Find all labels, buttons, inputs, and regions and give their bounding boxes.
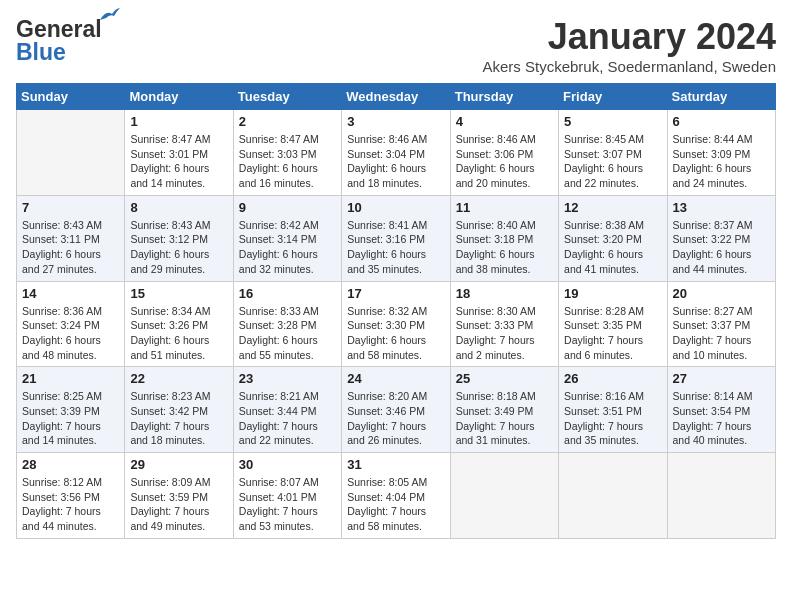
header-saturday: Saturday: [667, 84, 775, 110]
title-block: January 2024 Akers Styckebruk, Soederman…: [483, 16, 777, 75]
day-info: Sunrise: 8:05 AMSunset: 4:04 PMDaylight:…: [347, 475, 444, 534]
day-number: 15: [130, 286, 227, 301]
day-number: 16: [239, 286, 336, 301]
day-number: 11: [456, 200, 553, 215]
calendar-day-cell: [450, 453, 558, 539]
day-number: 27: [673, 371, 770, 386]
day-info: Sunrise: 8:12 AMSunset: 3:56 PMDaylight:…: [22, 475, 119, 534]
day-number: 6: [673, 114, 770, 129]
logo-general: General: [16, 16, 102, 42]
day-number: 29: [130, 457, 227, 472]
calendar-day-cell: 26Sunrise: 8:16 AMSunset: 3:51 PMDayligh…: [559, 367, 667, 453]
day-number: 3: [347, 114, 444, 129]
calendar-day-cell: 1Sunrise: 8:47 AMSunset: 3:01 PMDaylight…: [125, 110, 233, 196]
day-info: Sunrise: 8:07 AMSunset: 4:01 PMDaylight:…: [239, 475, 336, 534]
day-info: Sunrise: 8:33 AMSunset: 3:28 PMDaylight:…: [239, 304, 336, 363]
day-number: 5: [564, 114, 661, 129]
calendar-day-cell: 23Sunrise: 8:21 AMSunset: 3:44 PMDayligh…: [233, 367, 341, 453]
day-info: Sunrise: 8:30 AMSunset: 3:33 PMDaylight:…: [456, 304, 553, 363]
calendar-header-row: SundayMondayTuesdayWednesdayThursdayFrid…: [17, 84, 776, 110]
day-info: Sunrise: 8:32 AMSunset: 3:30 PMDaylight:…: [347, 304, 444, 363]
day-number: 19: [564, 286, 661, 301]
day-info: Sunrise: 8:09 AMSunset: 3:59 PMDaylight:…: [130, 475, 227, 534]
day-info: Sunrise: 8:47 AMSunset: 3:03 PMDaylight:…: [239, 132, 336, 191]
calendar-day-cell: 2Sunrise: 8:47 AMSunset: 3:03 PMDaylight…: [233, 110, 341, 196]
calendar-day-cell: 16Sunrise: 8:33 AMSunset: 3:28 PMDayligh…: [233, 281, 341, 367]
day-number: 28: [22, 457, 119, 472]
calendar-day-cell: 5Sunrise: 8:45 AMSunset: 3:07 PMDaylight…: [559, 110, 667, 196]
day-number: 25: [456, 371, 553, 386]
day-info: Sunrise: 8:14 AMSunset: 3:54 PMDaylight:…: [673, 389, 770, 448]
logo-bird-icon: [98, 6, 120, 24]
header-monday: Monday: [125, 84, 233, 110]
day-number: 31: [347, 457, 444, 472]
day-number: 24: [347, 371, 444, 386]
calendar-week-row: 14Sunrise: 8:36 AMSunset: 3:24 PMDayligh…: [17, 281, 776, 367]
day-number: 13: [673, 200, 770, 215]
day-info: Sunrise: 8:21 AMSunset: 3:44 PMDaylight:…: [239, 389, 336, 448]
day-info: Sunrise: 8:45 AMSunset: 3:07 PMDaylight:…: [564, 132, 661, 191]
day-info: Sunrise: 8:40 AMSunset: 3:18 PMDaylight:…: [456, 218, 553, 277]
day-number: 12: [564, 200, 661, 215]
day-info: Sunrise: 8:38 AMSunset: 3:20 PMDaylight:…: [564, 218, 661, 277]
calendar-day-cell: 27Sunrise: 8:14 AMSunset: 3:54 PMDayligh…: [667, 367, 775, 453]
day-number: 21: [22, 371, 119, 386]
logo: General Blue: [16, 16, 102, 66]
calendar-day-cell: 30Sunrise: 8:07 AMSunset: 4:01 PMDayligh…: [233, 453, 341, 539]
day-number: 2: [239, 114, 336, 129]
calendar-day-cell: 10Sunrise: 8:41 AMSunset: 3:16 PMDayligh…: [342, 195, 450, 281]
day-info: Sunrise: 8:41 AMSunset: 3:16 PMDaylight:…: [347, 218, 444, 277]
day-number: 14: [22, 286, 119, 301]
calendar-day-cell: 25Sunrise: 8:18 AMSunset: 3:49 PMDayligh…: [450, 367, 558, 453]
header-friday: Friday: [559, 84, 667, 110]
calendar-day-cell: 22Sunrise: 8:23 AMSunset: 3:42 PMDayligh…: [125, 367, 233, 453]
day-info: Sunrise: 8:42 AMSunset: 3:14 PMDaylight:…: [239, 218, 336, 277]
calendar-day-cell: 9Sunrise: 8:42 AMSunset: 3:14 PMDaylight…: [233, 195, 341, 281]
calendar-day-cell: 21Sunrise: 8:25 AMSunset: 3:39 PMDayligh…: [17, 367, 125, 453]
location-subtitle: Akers Styckebruk, Soedermanland, Sweden: [483, 58, 777, 75]
calendar-day-cell: 19Sunrise: 8:28 AMSunset: 3:35 PMDayligh…: [559, 281, 667, 367]
day-info: Sunrise: 8:36 AMSunset: 3:24 PMDaylight:…: [22, 304, 119, 363]
header-tuesday: Tuesday: [233, 84, 341, 110]
day-number: 22: [130, 371, 227, 386]
day-info: Sunrise: 8:46 AMSunset: 3:06 PMDaylight:…: [456, 132, 553, 191]
calendar-day-cell: 28Sunrise: 8:12 AMSunset: 3:56 PMDayligh…: [17, 453, 125, 539]
calendar-week-row: 28Sunrise: 8:12 AMSunset: 3:56 PMDayligh…: [17, 453, 776, 539]
day-number: 20: [673, 286, 770, 301]
logo-blue: Blue: [16, 39, 66, 66]
calendar-day-cell: 29Sunrise: 8:09 AMSunset: 3:59 PMDayligh…: [125, 453, 233, 539]
day-number: 30: [239, 457, 336, 472]
day-info: Sunrise: 8:37 AMSunset: 3:22 PMDaylight:…: [673, 218, 770, 277]
day-info: Sunrise: 8:34 AMSunset: 3:26 PMDaylight:…: [130, 304, 227, 363]
day-number: 10: [347, 200, 444, 215]
calendar-day-cell: 15Sunrise: 8:34 AMSunset: 3:26 PMDayligh…: [125, 281, 233, 367]
day-number: 4: [456, 114, 553, 129]
calendar-day-cell: 14Sunrise: 8:36 AMSunset: 3:24 PMDayligh…: [17, 281, 125, 367]
day-info: Sunrise: 8:43 AMSunset: 3:11 PMDaylight:…: [22, 218, 119, 277]
calendar-day-cell: [559, 453, 667, 539]
calendar-table: SundayMondayTuesdayWednesdayThursdayFrid…: [16, 83, 776, 539]
day-number: 26: [564, 371, 661, 386]
calendar-day-cell: 4Sunrise: 8:46 AMSunset: 3:06 PMDaylight…: [450, 110, 558, 196]
month-title: January 2024: [483, 16, 777, 58]
header-wednesday: Wednesday: [342, 84, 450, 110]
calendar-day-cell: 8Sunrise: 8:43 AMSunset: 3:12 PMDaylight…: [125, 195, 233, 281]
day-info: Sunrise: 8:16 AMSunset: 3:51 PMDaylight:…: [564, 389, 661, 448]
day-number: 9: [239, 200, 336, 215]
calendar-day-cell: 18Sunrise: 8:30 AMSunset: 3:33 PMDayligh…: [450, 281, 558, 367]
day-number: 7: [22, 200, 119, 215]
day-number: 8: [130, 200, 227, 215]
day-number: 18: [456, 286, 553, 301]
calendar-day-cell: 3Sunrise: 8:46 AMSunset: 3:04 PMDaylight…: [342, 110, 450, 196]
day-info: Sunrise: 8:23 AMSunset: 3:42 PMDaylight:…: [130, 389, 227, 448]
day-info: Sunrise: 8:28 AMSunset: 3:35 PMDaylight:…: [564, 304, 661, 363]
day-number: 17: [347, 286, 444, 301]
day-number: 23: [239, 371, 336, 386]
calendar-day-cell: 31Sunrise: 8:05 AMSunset: 4:04 PMDayligh…: [342, 453, 450, 539]
day-info: Sunrise: 8:20 AMSunset: 3:46 PMDaylight:…: [347, 389, 444, 448]
calendar-day-cell: [667, 453, 775, 539]
day-info: Sunrise: 8:27 AMSunset: 3:37 PMDaylight:…: [673, 304, 770, 363]
calendar-week-row: 1Sunrise: 8:47 AMSunset: 3:01 PMDaylight…: [17, 110, 776, 196]
calendar-day-cell: [17, 110, 125, 196]
calendar-day-cell: 13Sunrise: 8:37 AMSunset: 3:22 PMDayligh…: [667, 195, 775, 281]
